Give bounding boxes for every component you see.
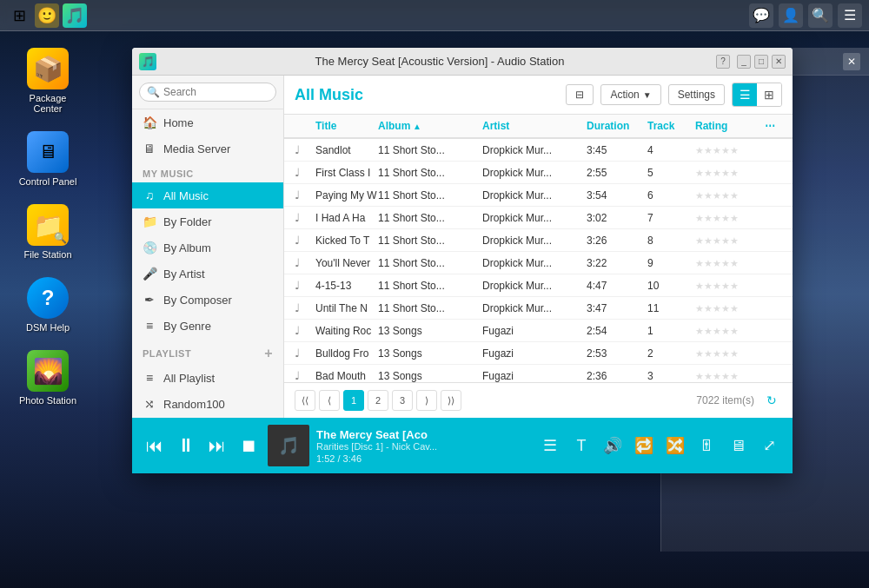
help-button[interactable]: ? — [716, 55, 730, 69]
last-page-button[interactable]: ⟩⟩ — [441, 390, 461, 411]
lyrics-button[interactable]: T — [568, 433, 594, 459]
row-rating[interactable]: ★★★★★ — [695, 189, 765, 202]
right-panel-close-btn[interactable]: ✕ — [843, 53, 860, 70]
filter-button[interactable]: ⊟ — [566, 84, 594, 105]
sidebar-item-by-album[interactable]: 💿 By Album — [132, 235, 283, 261]
volume-button[interactable]: 🔊 — [600, 433, 626, 459]
repeat-button[interactable]: 🔁 — [631, 433, 657, 459]
row-rating[interactable]: ★★★★★ — [695, 280, 765, 292]
table-row[interactable]: ♩ 4-15-13 11 Short Sto... Dropkick Mur..… — [284, 274, 793, 297]
col-duration[interactable]: Duration — [587, 120, 647, 132]
first-page-button[interactable]: ⟨⟨ — [295, 390, 315, 411]
desktop-icon-package-center[interactable]: 📦 Package Center — [17, 48, 78, 114]
user-icon[interactable]: 👤 — [779, 3, 803, 28]
menu-icon[interactable]: ☰ — [838, 3, 862, 28]
col-title[interactable]: Title — [315, 120, 378, 132]
queue-button[interactable]: ☰ — [537, 433, 563, 459]
desktop-icon-photo-station[interactable]: 🌄 Photo Station — [17, 350, 78, 406]
equalizer-button[interactable]: 🎚 — [693, 433, 720, 459]
table-row[interactable]: ♩ Paying My W 11 Short Sto... Dropkick M… — [284, 184, 793, 207]
desktop-button[interactable]: 🖥 — [725, 433, 751, 459]
chat-icon[interactable]: 💬 — [749, 3, 773, 28]
close-button[interactable]: ✕ — [772, 55, 786, 69]
row-album: 11 Short Sto... — [378, 235, 482, 247]
settings-button[interactable]: Settings — [668, 84, 725, 105]
col-album[interactable]: Album — [378, 120, 482, 132]
table-row[interactable]: ♩ Kicked To T 11 Short Sto... Dropkick M… — [284, 229, 793, 252]
page-1-button[interactable]: 1 — [343, 390, 364, 411]
row-rating[interactable]: ★★★★★ — [695, 302, 765, 314]
pause-button[interactable]: ⏸ — [174, 433, 198, 458]
minimize-button[interactable]: _ — [737, 55, 751, 69]
row-rating[interactable]: ★★★★★ — [695, 235, 765, 247]
by-artist-label: By Artist — [163, 268, 205, 281]
next-track-button[interactable]: ⏭ — [205, 433, 229, 458]
desktop-icon-control-panel[interactable]: 🖥 Control Panel — [17, 131, 78, 187]
action-button[interactable]: Action ▼ — [600, 84, 660, 105]
next-page-button[interactable]: ⟩ — [416, 390, 437, 411]
sidebar-item-by-genre[interactable]: ≡ By Genre — [132, 313, 283, 339]
taskbar-smiley-icon[interactable]: 🙂 — [35, 3, 59, 28]
sidebar-item-all-playlist[interactable]: ≡ All Playlist — [132, 365, 283, 391]
prev-page-button[interactable]: ⟨ — [319, 390, 340, 411]
row-title: Bad Mouth — [315, 370, 378, 382]
row-rating[interactable]: ★★★★★ — [695, 347, 765, 360]
table-header: Title Album Artist Duration Track Rating… — [284, 115, 793, 139]
search-icon: 🔍 — [147, 86, 160, 98]
page-2-button[interactable]: 2 — [368, 390, 388, 411]
sidebar-item-media-server[interactable]: 🖥 Media Server — [132, 135, 283, 162]
table-row[interactable]: ♩ Bad Mouth 13 Songs Fugazi 2:36 3 ★★★★★ — [284, 365, 793, 382]
stop-button[interactable]: ⏹ — [236, 433, 261, 458]
sidebar-item-by-artist[interactable]: 🎤 By Artist — [132, 261, 283, 287]
row-music-icon: ♩ — [295, 211, 315, 224]
row-rating[interactable]: ★★★★★ — [695, 257, 765, 269]
row-title: Until The N — [315, 302, 378, 314]
table-row[interactable]: ♩ Bulldog Fro 13 Songs Fugazi 2:53 2 ★★★… — [284, 342, 793, 365]
search-input[interactable] — [163, 86, 269, 98]
col-rating[interactable]: Rating — [695, 120, 765, 132]
refresh-button[interactable]: ↻ — [761, 390, 782, 411]
col-artist[interactable]: Artist — [482, 120, 587, 132]
row-rating[interactable]: ★★★★★ — [695, 370, 765, 382]
table-row[interactable]: ♩ You'll Never 11 Short Sto... Dropkick … — [284, 252, 793, 274]
sidebar-item-all-music[interactable]: ♫ All Music — [132, 182, 283, 208]
page-3-button[interactable]: 3 — [392, 390, 413, 411]
prev-track-button[interactable]: ⏮ — [143, 433, 167, 458]
row-track: 11 — [647, 302, 695, 314]
all-music-label: All Music — [163, 189, 209, 202]
row-track: 8 — [647, 235, 695, 247]
taskbar-left: ⊞ 🙂 🎵 — [7, 3, 87, 28]
table-row[interactable]: ♩ I Had A Ha 11 Short Sto... Dropkick Mu… — [284, 207, 793, 229]
sidebar-item-by-folder[interactable]: 📁 By Folder — [132, 208, 283, 235]
content-header: All Music ⊟ Action ▼ Settings ☰ ⊞ — [284, 76, 793, 115]
taskbar-grid-icon[interactable]: ⊞ — [7, 3, 31, 28]
desktop-icon-dsm-help[interactable]: ? DSM Help — [17, 277, 78, 333]
taskbar-music-icon[interactable]: 🎵 — [63, 3, 87, 28]
row-rating[interactable]: ★★★★★ — [695, 212, 765, 224]
maximize-button[interactable]: □ — [754, 55, 768, 69]
desktop-icon-file-station[interactable]: 📁 🔍 File Station — [17, 204, 78, 260]
table-row[interactable]: ♩ First Class I 11 Short Sto... Dropkick… — [284, 162, 793, 184]
expand-button[interactable]: ⤢ — [756, 433, 782, 459]
shuffle-button[interactable]: 🔀 — [662, 433, 688, 459]
home-icon: 🏠 — [143, 116, 156, 129]
sidebar-item-home[interactable]: 🏠 Home — [132, 109, 283, 135]
row-rating[interactable]: ★★★★★ — [695, 325, 765, 337]
search-input-wrap[interactable]: 🔍 — [139, 83, 276, 102]
table-row[interactable]: ♩ Sandlot 11 Short Sto... Dropkick Mur..… — [284, 139, 793, 162]
row-rating[interactable]: ★★★★★ — [695, 167, 765, 179]
search-icon[interactable]: 🔍 — [808, 3, 833, 28]
track-title: The Mercy Seat [Aco — [316, 428, 437, 441]
playlist-add-icon[interactable]: + — [264, 346, 273, 361]
grid-view-button[interactable]: ⊞ — [757, 83, 781, 106]
table-row[interactable]: ♩ Until The N 11 Short Sto... Dropkick M… — [284, 297, 793, 320]
row-track: 6 — [647, 189, 695, 202]
list-view-button[interactable]: ☰ — [733, 83, 757, 106]
sidebar-item-random100[interactable]: ⤭ Random100 — [132, 391, 283, 417]
sidebar-item-by-composer[interactable]: ✒ By Composer — [132, 287, 283, 313]
table-row[interactable]: ♩ Waiting Roc 13 Songs Fugazi 2:54 1 ★★★… — [284, 320, 793, 342]
row-artist: Dropkick Mur... — [482, 212, 587, 224]
col-track[interactable]: Track — [647, 120, 695, 132]
row-album: 11 Short Sto... — [378, 302, 482, 314]
row-rating[interactable]: ★★★★★ — [695, 144, 765, 156]
